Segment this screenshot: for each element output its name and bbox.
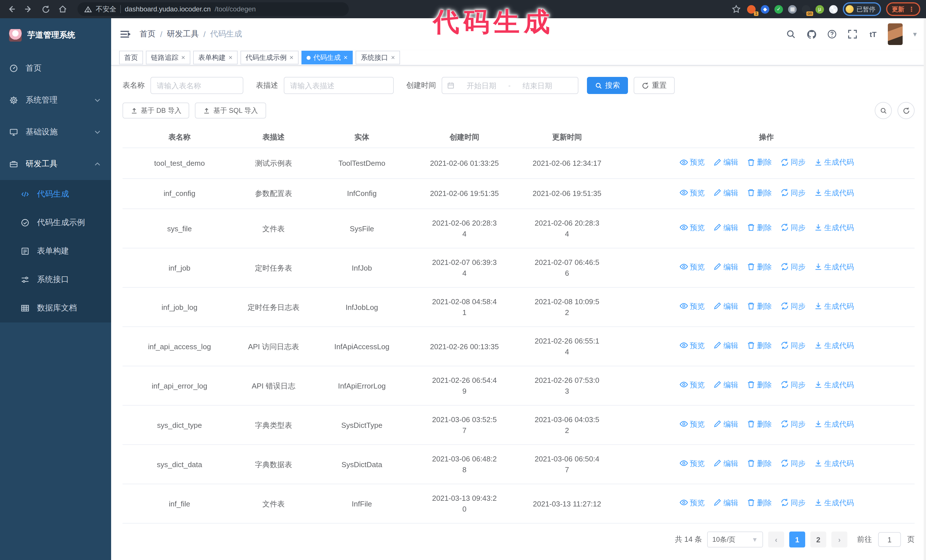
page-button-2[interactable]: 2 xyxy=(810,531,826,548)
sidebar-subitem-表单构建[interactable]: 表单构建 xyxy=(0,237,111,266)
reload-button[interactable] xyxy=(40,3,51,15)
extension-icon[interactable]: µ xyxy=(816,5,824,14)
extension-icon[interactable]: ◆ xyxy=(761,5,769,14)
close-icon[interactable]: × xyxy=(289,54,294,62)
action-同步[interactable]: 同步 xyxy=(780,419,805,430)
action-预览[interactable]: 预览 xyxy=(679,187,705,198)
extension-icon[interactable]: ✓ xyxy=(775,5,783,14)
action-编辑[interactable]: 编辑 xyxy=(713,497,738,508)
action-同步[interactable]: 同步 xyxy=(780,379,805,390)
update-button[interactable]: 更新⋮ xyxy=(886,2,920,16)
action-编辑[interactable]: 编辑 xyxy=(713,379,738,390)
action-同步[interactable]: 同步 xyxy=(780,497,805,508)
action-编辑[interactable]: 编辑 xyxy=(713,157,738,168)
next-page-button[interactable]: › xyxy=(831,531,847,548)
start-date-input[interactable] xyxy=(457,81,506,90)
import-db-button[interactable]: 基于 DB 导入 xyxy=(123,103,189,118)
search-submit-button[interactable]: 搜索 xyxy=(587,77,628,94)
action-生成代码[interactable]: 生成代码 xyxy=(814,301,854,312)
table-desc-input[interactable] xyxy=(284,77,394,94)
import-sql-button[interactable]: 基于 SQL 导入 xyxy=(195,103,266,118)
action-编辑[interactable]: 编辑 xyxy=(713,458,738,469)
action-预览[interactable]: 预览 xyxy=(679,340,705,351)
action-预览[interactable]: 预览 xyxy=(679,379,705,390)
font-size-button[interactable]: tT xyxy=(867,29,879,40)
action-删除[interactable]: 删除 xyxy=(746,301,772,312)
address-bar[interactable]: 不安全 dashboard.yudao.iocoder.cn/tool/code… xyxy=(77,2,349,16)
github-button[interactable] xyxy=(806,29,817,40)
action-删除[interactable]: 删除 xyxy=(746,222,772,233)
action-同步[interactable]: 同步 xyxy=(780,458,805,469)
action-预览[interactable]: 预览 xyxy=(679,261,705,272)
action-删除[interactable]: 删除 xyxy=(746,458,772,469)
goto-page-input[interactable] xyxy=(878,532,901,547)
paused-badge[interactable]: 已暂停 xyxy=(843,2,881,16)
refresh-table-button[interactable] xyxy=(897,102,915,119)
action-删除[interactable]: 删除 xyxy=(746,187,772,198)
extension-icon[interactable]: ▚ xyxy=(829,5,838,14)
action-预览[interactable]: 预览 xyxy=(679,497,705,508)
action-生成代码[interactable]: 生成代码 xyxy=(814,157,854,168)
sidebar-item-系统管理[interactable]: 系统管理 xyxy=(0,84,111,116)
fullscreen-button[interactable] xyxy=(847,29,858,40)
action-生成代码[interactable]: 生成代码 xyxy=(814,379,854,390)
close-icon[interactable]: × xyxy=(181,54,185,62)
action-预览[interactable]: 预览 xyxy=(679,222,705,233)
sidebar-item-研发工具[interactable]: 研发工具 xyxy=(0,148,111,180)
close-icon[interactable]: × xyxy=(391,54,395,62)
extension-icon[interactable]: on xyxy=(802,5,810,14)
page-size-select[interactable]: 10条/页▼ xyxy=(707,531,763,548)
app-logo[interactable]: 芋道管理系统 xyxy=(0,18,111,53)
action-预览[interactable]: 预览 xyxy=(679,419,705,430)
action-删除[interactable]: 删除 xyxy=(746,261,772,272)
page-scrollbar[interactable] xyxy=(924,18,926,560)
action-生成代码[interactable]: 生成代码 xyxy=(814,222,854,233)
sidebar-subitem-代码生成[interactable]: 代码生成 xyxy=(0,180,111,208)
action-生成代码[interactable]: 生成代码 xyxy=(814,419,854,430)
hamburger-button[interactable] xyxy=(119,28,132,41)
action-生成代码[interactable]: 生成代码 xyxy=(814,458,854,469)
action-编辑[interactable]: 编辑 xyxy=(713,187,738,198)
help-button[interactable] xyxy=(826,29,838,40)
sidebar-subitem-系统接口[interactable]: 系统接口 xyxy=(0,266,111,294)
action-编辑[interactable]: 编辑 xyxy=(713,301,738,312)
back-button[interactable] xyxy=(6,3,17,15)
action-生成代码[interactable]: 生成代码 xyxy=(814,340,854,351)
action-同步[interactable]: 同步 xyxy=(780,222,805,233)
action-编辑[interactable]: 编辑 xyxy=(713,419,738,430)
table-name-input[interactable] xyxy=(150,77,243,94)
forward-button[interactable] xyxy=(23,3,34,15)
action-生成代码[interactable]: 生成代码 xyxy=(814,187,854,198)
bookmark-star-button[interactable] xyxy=(731,3,742,15)
tab-代码生成示例[interactable]: 代码生成示例× xyxy=(241,51,299,64)
search-button[interactable] xyxy=(785,29,797,40)
extension-icon[interactable]: ▦ xyxy=(788,5,797,14)
action-同步[interactable]: 同步 xyxy=(780,340,805,351)
reset-button[interactable]: 重置 xyxy=(634,77,675,94)
tab-链路追踪[interactable]: 链路追踪× xyxy=(146,51,190,64)
sidebar-subitem-代码生成示例[interactable]: 代码生成示例 xyxy=(0,208,111,237)
action-删除[interactable]: 删除 xyxy=(746,419,772,430)
action-同步[interactable]: 同步 xyxy=(780,187,805,198)
action-同步[interactable]: 同步 xyxy=(780,301,805,312)
toggle-search-button[interactable] xyxy=(875,102,892,119)
sidebar-item-基础设施[interactable]: 基础设施 xyxy=(0,116,111,148)
page-button-1[interactable]: 1 xyxy=(789,531,805,548)
action-编辑[interactable]: 编辑 xyxy=(713,261,738,272)
extension-icon[interactable]: 1 xyxy=(747,5,756,14)
close-icon[interactable]: × xyxy=(228,54,233,62)
action-生成代码[interactable]: 生成代码 xyxy=(814,497,854,508)
chevron-down-icon[interactable]: ▼ xyxy=(912,31,918,38)
tab-首页[interactable]: 首页 xyxy=(119,51,143,64)
action-同步[interactable]: 同步 xyxy=(780,261,805,272)
prev-page-button[interactable]: ‹ xyxy=(768,531,784,548)
date-range-picker[interactable]: - xyxy=(442,77,578,94)
action-编辑[interactable]: 编辑 xyxy=(713,340,738,351)
sidebar-subitem-数据库文档[interactable]: 数据库文档 xyxy=(0,294,111,323)
action-删除[interactable]: 删除 xyxy=(746,340,772,351)
tab-代码生成[interactable]: 代码生成× xyxy=(301,51,353,64)
close-icon[interactable]: × xyxy=(343,54,348,62)
action-生成代码[interactable]: 生成代码 xyxy=(814,261,854,272)
action-预览[interactable]: 预览 xyxy=(679,301,705,312)
breadcrumb-item[interactable]: 研发工具 xyxy=(167,29,199,39)
